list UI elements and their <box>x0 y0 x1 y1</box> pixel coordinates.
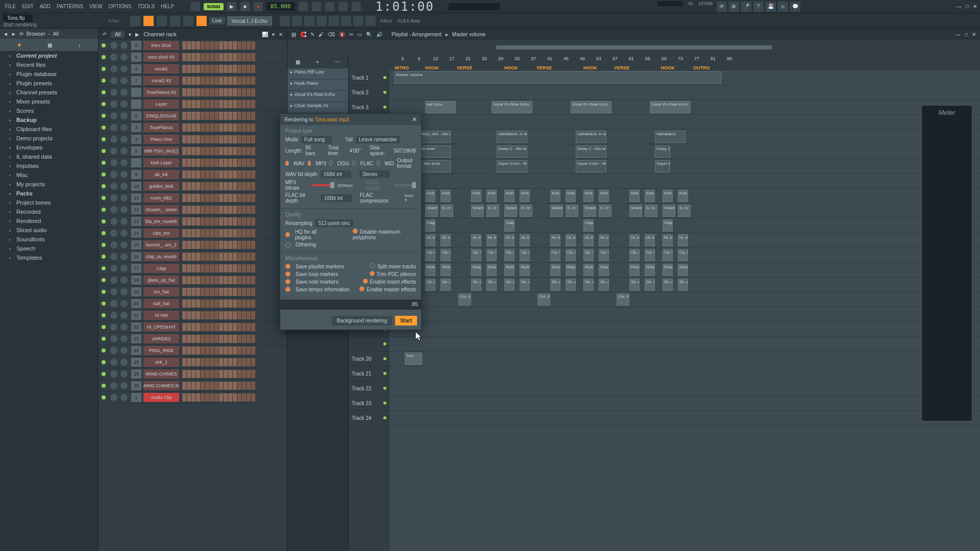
browser-reload[interactable]: ⟳ <box>19 31 23 37</box>
browser-item[interactable]: Channel presets <box>0 88 98 97</box>
view-piano-roll[interactable] <box>156 15 167 27</box>
pl-max[interactable]: □ <box>965 32 968 37</box>
menu-tools[interactable]: TOOLS <box>135 3 157 10</box>
channel-row[interactable]: 6intro choir <box>99 40 287 52</box>
poly-check[interactable] <box>353 229 358 234</box>
settings-icon[interactable]: ⚙ <box>728 1 740 12</box>
playlist-ruler[interactable]: 5913172125293337414549535761656973778185… <box>389 55 980 70</box>
picker-add-icon[interactable]: + <box>316 59 319 65</box>
channel-row[interactable]: 12chosen_..snare <box>99 204 287 216</box>
menu-view[interactable]: VIEW <box>87 3 105 10</box>
browser-item[interactable]: Demo projects <box>0 134 98 143</box>
playlist-clip[interactable]: S..re <box>440 205 453 217</box>
playlist-clip[interactable]: Kick <box>425 190 435 202</box>
channel-row[interactable]: Layer <box>99 98 287 110</box>
track-header[interactable]: Track 1 <box>349 70 389 85</box>
arrangement-marker[interactable]: INTRO <box>395 65 409 70</box>
picker-grid-icon[interactable]: ▦ <box>296 59 300 65</box>
enable-insert-check[interactable] <box>363 279 368 284</box>
cr-graph-icon[interactable]: 📊 <box>262 32 268 37</box>
playlist-clip[interactable]: Kick <box>550 190 560 202</box>
mode-select[interactable]: Full song <box>301 136 332 143</box>
browser-item[interactable]: Packs <box>0 189 98 198</box>
playlist-clip[interactable]: Op..t <box>629 249 640 261</box>
browser-item[interactable]: Soundfonts <box>0 235 98 244</box>
playlist-clip[interactable]: Sh..r <box>629 279 640 291</box>
playlist-clip[interactable]: Master volume <box>395 71 721 84</box>
help-icon[interactable]: ? <box>753 1 764 12</box>
playlist-clip[interactable]: Ride <box>566 264 576 276</box>
browser-item[interactable]: Rendered <box>0 216 98 226</box>
snap-select[interactable]: Line <box>209 17 225 24</box>
browser-item[interactable]: Recent files <box>0 60 98 69</box>
playlist-clip[interactable]: Op..t <box>486 249 497 261</box>
play-button[interactable]: ▶ <box>227 2 237 12</box>
playlist-clip[interactable]: lix level <box>420 145 451 158</box>
playlist-clip[interactable]: Snare <box>504 205 517 217</box>
browser-view2-icon[interactable]: ♪ <box>78 42 81 48</box>
browser-item[interactable]: IL shared data <box>0 152 98 161</box>
playlist-clip[interactable]: Vocal It's Real Echo <box>650 101 691 113</box>
playlist-clip[interactable]: Snare <box>629 205 642 217</box>
playlist-clip[interactable]: Super Ec <box>655 160 670 172</box>
pl-erase-icon[interactable]: ⌫ <box>328 32 335 37</box>
playlist-clip[interactable]: Delay 2 - Mix level <box>497 145 527 158</box>
playlist-clip[interactable]: Ride <box>550 264 560 276</box>
wav-bitdepth-select[interactable]: 16Bit int <box>321 170 351 178</box>
menu-edit[interactable]: EDIT <box>20 3 36 10</box>
channel-row[interactable]: 1Audio Clip <box>99 392 287 404</box>
playlist-clip[interactable]: Snare <box>550 205 563 217</box>
playlist-clip[interactable]: Snare <box>583 205 596 217</box>
maximize-button[interactable]: □ <box>966 4 969 9</box>
render-close[interactable]: ✕ <box>412 116 417 123</box>
pl-mute-icon[interactable]: 🔇 <box>339 32 345 37</box>
arrangement-marker[interactable]: VERSE <box>457 65 473 70</box>
channel-row[interactable]: 6intro choir #2 <box>99 52 287 63</box>
playlist-clip[interactable]: Hi..ts <box>583 234 594 246</box>
track-header[interactable]: Track 23 <box>349 396 389 411</box>
pl-zoom-icon[interactable]: 🔍 <box>366 32 372 37</box>
playlist-clip[interactable]: Ride <box>663 264 673 276</box>
tool-1[interactable] <box>279 15 290 27</box>
cr-back[interactable]: ↶ <box>103 32 107 37</box>
playlist-clip[interactable]: Kick <box>520 190 530 202</box>
picker-item[interactable]: ▸ Hook Piano <box>287 80 348 91</box>
arrangement-marker[interactable]: HOOK <box>661 65 675 70</box>
playlist-clip[interactable]: Kick <box>486 190 497 202</box>
arrangement-marker[interactable]: VERSE <box>536 65 552 70</box>
picker-item[interactable]: ▸ Vocal It's Real Echo <box>287 91 348 102</box>
pl-play-icon[interactable]: 🔊 <box>376 32 382 37</box>
playlist-clip[interactable]: Snare <box>663 205 675 217</box>
metronome[interactable] <box>311 2 322 12</box>
playlist-clip[interactable]: Hi..ts <box>520 234 530 246</box>
view-browser[interactable] <box>196 15 207 27</box>
playlist-clip[interactable]: Sh..r <box>663 279 673 291</box>
playlist-clip[interactable]: Vocal It's Real Echo <box>571 101 611 113</box>
playlist-clip[interactable]: Op..t <box>520 249 530 261</box>
cr-play-icon[interactable]: ▶ <box>135 32 139 37</box>
browser-item[interactable]: Clipboard files <box>0 124 98 134</box>
playlist-clip[interactable]: Ride <box>629 264 640 276</box>
pl-close[interactable]: ✕ <box>972 32 976 37</box>
playlist-clip[interactable]: Op..t <box>550 249 560 261</box>
browser-item[interactable]: Plugin presets <box>0 79 98 88</box>
playlist-clip[interactable]: Snare <box>471 205 484 217</box>
playlist-clip[interactable]: Ride <box>440 264 451 276</box>
view-mixer[interactable] <box>183 15 194 27</box>
start-render-button[interactable]: Start <box>395 316 417 325</box>
channel-row[interactable]: 23ohRIDE2 <box>99 333 287 345</box>
pattern-selector[interactable] <box>298 2 308 12</box>
ogg-bitrate-slider[interactable] <box>394 184 416 186</box>
browser-item[interactable]: Plugin database <box>0 69 98 79</box>
time-display[interactable]: 1:01:00 <box>376 0 434 14</box>
playlist-clip[interactable]: Op..t <box>504 249 514 261</box>
wav-radio[interactable] <box>285 161 289 166</box>
playlist-clip[interactable]: S..re <box>566 205 578 217</box>
cr-close[interactable]: ✕ <box>279 32 283 37</box>
menu-help[interactable]: HELP <box>159 3 176 10</box>
playlist-clip[interactable]: Op..t <box>599 249 609 261</box>
playlist-clip[interactable]: Chi../R <box>458 293 471 306</box>
arrangement-marker[interactable]: VERSE <box>614 65 630 70</box>
playlist-clip[interactable]: Ride <box>678 264 688 276</box>
save-loop-check[interactable] <box>285 271 290 277</box>
